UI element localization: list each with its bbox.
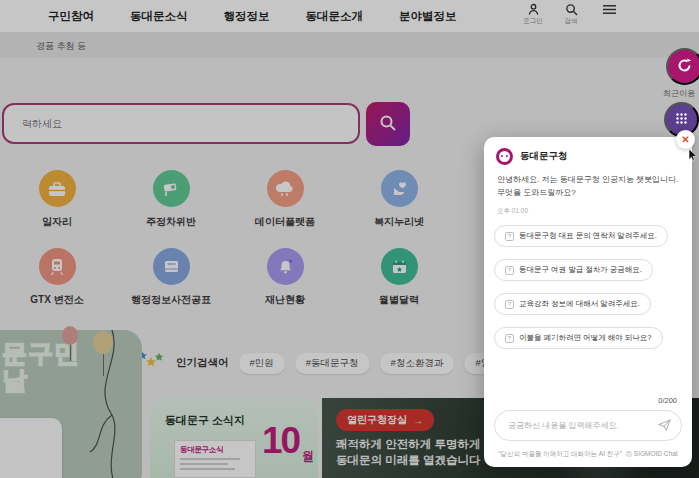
chatbot-avatar xyxy=(496,148,513,165)
quick-reply-education[interactable]: ? 교육강좌 정보에 대해서 알려주세요. xyxy=(494,293,651,315)
question-icon: ? xyxy=(505,232,514,241)
chatbot-greeting-message: 안녕하세요. 저는 동대문구청 인공지능 챗봇입니다. 무엇을 도와드릴까요? xyxy=(497,173,679,199)
screen: 구민참여 동대문소식 행정정보 동대문소개 분야별정보 로그인 검색 xyxy=(0,0,699,478)
refresh-icon xyxy=(676,57,693,77)
question-icon: ? xyxy=(505,334,514,343)
quick-reply-passport[interactable]: ? 동대문구 여권 발급 절차가 궁금해요. xyxy=(494,259,653,281)
chat-message-input[interactable] xyxy=(508,421,658,430)
mouse-cursor xyxy=(688,147,698,165)
message-timestamp: 오후 01:00 xyxy=(497,207,528,216)
chatbot-header: 동대문구청 xyxy=(496,148,568,165)
grid-icon xyxy=(675,112,688,128)
chat-input-container xyxy=(494,410,682,441)
quick-reply-contact[interactable]: ? 동대문구청 대표 문의 연락처 알려주세요. xyxy=(494,225,668,247)
quick-reply-bedding-disposal[interactable]: ? 이불을 폐기하려면 어떻게 해야 되나요? xyxy=(494,327,663,349)
chatbot-panel: ✕ 동대문구청 안녕하세요. 저는 동대문구청 인공지능 챗봇입니다. 무엇을 … xyxy=(484,137,692,467)
question-icon: ? xyxy=(505,300,514,309)
chatbot-title: 동대문구청 xyxy=(520,150,568,163)
char-counter: 0/200 xyxy=(658,396,677,405)
recent-menu-button[interactable] xyxy=(666,48,699,85)
question-icon: ? xyxy=(505,266,514,275)
quick-reply-list: ? 동대문구청 대표 문의 연락처 알려주세요. ? 동대문구 여권 발급 절차… xyxy=(494,225,668,361)
send-icon[interactable] xyxy=(658,417,671,435)
recent-menu-label: 최근이용 xyxy=(663,88,695,99)
chatbot-footer: “당신의 마음을 이해하고 대화하는 AI 친구” ⓒ SIGMOID Chat xyxy=(484,450,692,459)
